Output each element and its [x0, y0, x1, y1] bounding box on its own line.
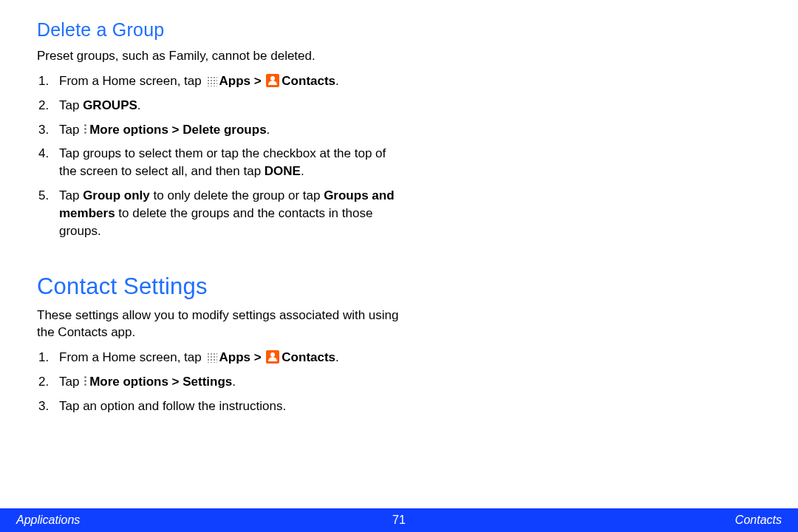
- delete-group-intro: Preset groups, such as Family, cannot be…: [37, 48, 406, 65]
- contact-settings-heading: Contact Settings: [37, 273, 406, 300]
- delete-step-4: Tap groups to select them or tap the che…: [37, 145, 406, 180]
- step-text: Tap: [59, 188, 83, 202]
- period: .: [335, 350, 339, 364]
- settings-step-2: Tap More options > Settings.: [37, 373, 406, 391]
- delete-group-heading: Delete a Group: [37, 19, 406, 41]
- more-options-path: More options > Delete groups: [89, 123, 266, 137]
- groups-label: GROUPS: [83, 98, 137, 112]
- step-text: Tap groups to select them or tap the che…: [59, 146, 386, 178]
- more-options-icon: [83, 375, 89, 387]
- contacts-label: Contacts: [282, 350, 335, 364]
- delete-step-1: From a Home screen, tap Apps > Contacts.: [37, 72, 406, 90]
- apps-label: Apps >: [219, 350, 265, 364]
- step-text: Tap: [59, 123, 83, 137]
- group-only-label: Group only: [83, 188, 150, 202]
- step-text: Tap: [59, 98, 83, 112]
- done-label: DONE: [265, 164, 301, 178]
- more-options-path: More options > Settings: [89, 375, 232, 389]
- period: .: [335, 74, 339, 88]
- period: .: [301, 164, 304, 178]
- period: .: [267, 123, 270, 137]
- content-column: Delete a Group Preset groups, such as Fa…: [37, 19, 406, 415]
- settings-step-1: From a Home screen, tap Apps > Contacts.: [37, 349, 406, 366]
- apps-icon: [206, 75, 217, 86]
- contacts-icon: [266, 350, 279, 364]
- delete-step-3: Tap More options > Delete groups.: [37, 121, 406, 139]
- contact-settings-steps: From a Home screen, tap Apps > Contacts.…: [37, 349, 406, 415]
- contact-settings-intro: These settings allow you to modify setti…: [37, 307, 406, 341]
- apps-label: Apps >: [219, 74, 265, 88]
- step-text: From a Home screen, tap: [59, 74, 205, 88]
- contacts-icon: [266, 74, 279, 87]
- period: .: [137, 98, 141, 112]
- period: .: [232, 375, 236, 389]
- more-options-icon: [83, 123, 89, 135]
- step-text: Tap an option and follow the instruction…: [59, 399, 286, 413]
- settings-step-3: Tap an option and follow the instruction…: [37, 398, 406, 415]
- step-text: Tap: [59, 375, 83, 389]
- step-text: From a Home screen, tap: [59, 350, 205, 364]
- delete-step-5: Tap Group only to only delete the group …: [37, 187, 406, 239]
- step-text: to only delete the group or tap: [150, 188, 324, 202]
- delete-step-2: Tap GROUPS.: [37, 97, 406, 115]
- apps-icon: [206, 352, 217, 363]
- delete-group-steps: From a Home screen, tap Apps > Contacts.…: [37, 72, 406, 239]
- footer-page-number: 71: [0, 514, 798, 527]
- document-page: Delete a Group Preset groups, such as Fa…: [0, 0, 798, 532]
- contacts-label: Contacts: [282, 74, 335, 88]
- page-footer: Applications 71 Contacts: [0, 508, 798, 532]
